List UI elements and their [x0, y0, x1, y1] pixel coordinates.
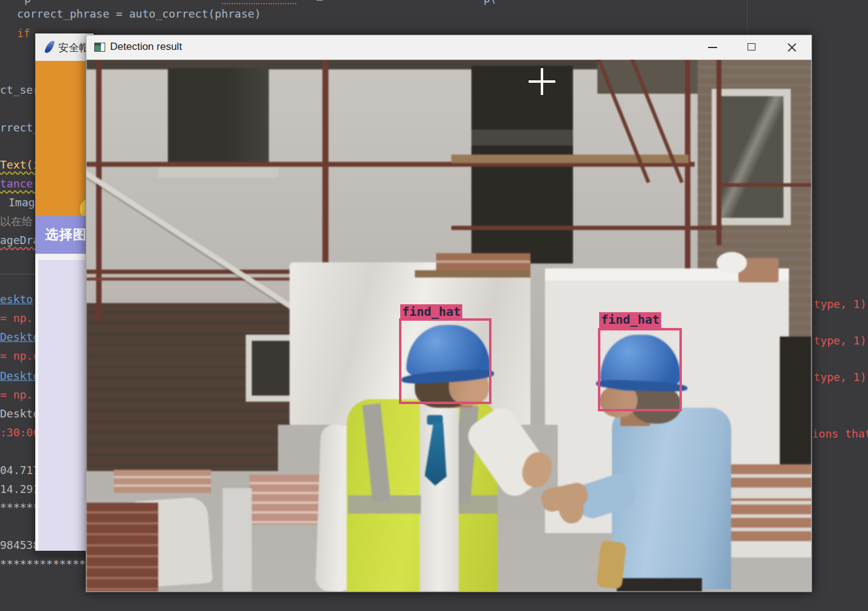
- minimize-icon: [708, 47, 717, 48]
- console-output: 14.291: [0, 482, 40, 497]
- close-button[interactable]: [778, 35, 806, 60]
- scaffold-pole: [96, 60, 102, 321]
- console-output: 984538: [0, 538, 40, 553]
- helmet-app-bottom-edge: [35, 551, 94, 555]
- wood-plank: [415, 270, 530, 278]
- spacer-board: [719, 542, 811, 557]
- minimize-button[interactable]: [699, 35, 727, 60]
- detection-bbox: [399, 318, 491, 404]
- helmet-app-window: 安全帽 选择图: [35, 33, 94, 555]
- vest-reflective-stripe: [459, 495, 498, 514]
- brick-stack: [114, 470, 211, 493]
- detection-bbox: [598, 328, 682, 411]
- code-fragment: rrect_: [0, 120, 40, 135]
- maximize-button[interactable]: [738, 35, 766, 60]
- console-file-link[interactable]: Deskto: [0, 369, 40, 383]
- helmet-app-titlebar[interactable]: 安全帽: [35, 33, 94, 61]
- detection-label: find_hat: [599, 312, 661, 328]
- select-image-button[interactable]: 选择图: [35, 216, 94, 254]
- code-fragment: ct_ser: [0, 83, 40, 97]
- detection-image-canvas[interactable]: find_hat find_hat: [86, 60, 811, 592]
- code-fragment: ageDra: [0, 233, 40, 248]
- plastic-sheet: [223, 488, 252, 592]
- crosshair-cursor: [541, 68, 543, 95]
- helmet-app-title: 安全帽: [58, 41, 89, 55]
- code-line: if: [17, 26, 30, 41]
- plastic-wrap: [717, 252, 747, 274]
- framed-window-right: [712, 89, 791, 225]
- console-error-text: ions that: [812, 427, 868, 441]
- helmet-app-banner: [35, 61, 94, 216]
- console-file-link[interactable]: Deskto: [0, 330, 40, 344]
- code-fragment: tance(: [0, 176, 40, 191]
- scaffold-rail: [451, 226, 722, 230]
- brick-rows-right: [719, 464, 811, 550]
- editor-margin-guide: [747, 0, 748, 35]
- detection-titlebar[interactable]: Detection result: [86, 35, 811, 60]
- console-error-text: = np.d: [0, 349, 40, 363]
- scaffold-rail: [719, 183, 811, 187]
- error-squiggle: [222, 1, 296, 4]
- console-file-link[interactable]: eskto: [0, 292, 33, 307]
- tan-glove: [596, 540, 627, 589]
- helmet-app-divider: [35, 254, 94, 260]
- code-fragment: p(: [484, 0, 497, 6]
- console-output: 04.717: [0, 463, 40, 478]
- python-feather-icon: [44, 40, 55, 54]
- detection-label: find_hat: [400, 304, 462, 319]
- maximize-icon: [748, 43, 755, 51]
- window-reflection: [471, 130, 573, 145]
- code-fragment: p: [24, 0, 31, 6]
- brick-stack: [86, 503, 158, 592]
- detection-result-window: Detection result: [86, 35, 812, 592]
- helmet-app-text-area[interactable]: [35, 260, 94, 551]
- console-error-text: (type, 1): [807, 333, 867, 348]
- code-fragment: Text(i: [0, 158, 40, 172]
- spacer-board: [719, 489, 811, 498]
- code-fragment: =: [316, 0, 323, 6]
- detection-window-title: Detection result: [110, 41, 182, 53]
- console-error-text: = np.: [0, 388, 33, 402]
- console-output: Deskto: [0, 407, 40, 421]
- console-error-text: (type, 1): [807, 370, 867, 385]
- scaffold-plank: [451, 155, 689, 163]
- image-window-icon: [94, 43, 105, 52]
- scaffold-pole: [717, 60, 721, 245]
- console-error-text: = np.: [0, 311, 33, 326]
- code-line: correct_phrase = auto_correct(phrase): [17, 7, 261, 21]
- dark-window-left: [168, 68, 269, 168]
- code-comment: 以在给: [0, 214, 33, 229]
- window-sill: [158, 167, 279, 178]
- console-error-text: :30:06: [0, 425, 40, 440]
- worker-right-trousers: [617, 578, 702, 592]
- vest-reflective-stripe: [348, 495, 421, 514]
- console-error-text: (type, 1): [807, 297, 867, 312]
